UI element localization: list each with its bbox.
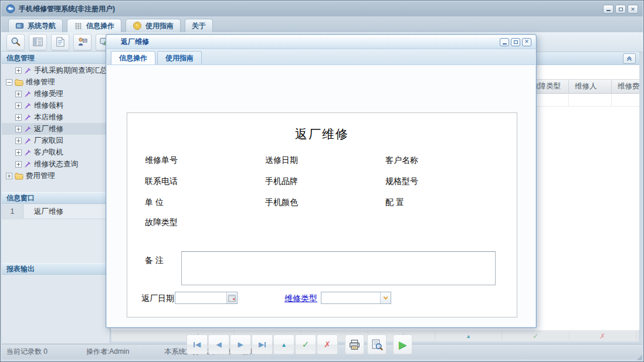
operator-icon <box>77 36 88 47</box>
run-button[interactable]: ▶ <box>393 334 412 354</box>
label-send-date: 送修日期 <box>265 155 298 166</box>
expand-plus-icon[interactable] <box>15 67 22 74</box>
operator-button[interactable] <box>73 34 91 50</box>
info-row-label: 返厂维修 <box>23 207 63 217</box>
tool-icon <box>24 114 32 121</box>
expand-plus-icon[interactable] <box>15 103 22 109</box>
tab-guide[interactable]: 使用指南 <box>157 51 202 64</box>
menu-label: 系统导航 <box>28 21 56 31</box>
calendar-button[interactable] <box>226 292 237 303</box>
return-date-field <box>175 292 238 304</box>
app-icon <box>6 4 15 13</box>
menu-about[interactable]: 关于 <box>185 19 213 32</box>
label-remark: 备 注 <box>145 255 164 266</box>
close-icon: ✕ <box>524 39 529 45</box>
menu-label: 信息操作 <box>86 21 114 31</box>
tree-item-repair-materials[interactable]: 维修领料 <box>2 100 110 111</box>
tree-item-label: 本店维修 <box>34 112 63 122</box>
expand-plus-icon[interactable] <box>6 173 12 179</box>
maximize-icon <box>514 40 518 44</box>
nav-prev-icon: ◀ <box>216 340 221 349</box>
cross-icon: ✗ <box>324 340 331 349</box>
expand-plus-icon[interactable] <box>15 138 22 144</box>
combo-selected-value <box>321 292 380 303</box>
label-return-date: 返厂日期 <box>141 293 174 304</box>
minimize-icon <box>606 10 611 11</box>
nav-last-button[interactable]: ▶ <box>252 334 273 354</box>
main-titlebar: 手机维修管理系统(非注册用户) ✕ <box>1 1 643 16</box>
info-window-row[interactable]: 1 返厂维修 <box>2 204 110 219</box>
tree-item-factory-return[interactable]: 返厂维修 <box>2 123 110 135</box>
confirm-button[interactable]: ✓ <box>295 334 316 354</box>
nav-next-button[interactable]: ▶ <box>230 334 251 354</box>
tree-item-customer-pickup[interactable]: 客户取机 <box>2 146 110 158</box>
minimize-icon <box>503 43 507 45</box>
tool-icon <box>24 67 32 74</box>
form-panel: 返厂维修 维修单号 送修日期 客户名称 联系电话 手机品牌 规格型号 单 位 手… <box>127 112 517 317</box>
section-header-window: 信息窗口 <box>2 192 110 204</box>
repair-type-link[interactable]: 维修类型 <box>284 293 317 304</box>
column-header-repairer[interactable]: 维修人 <box>568 80 611 93</box>
tree-item-purchase-query[interactable]: 手机采购期间查询汇总 <box>2 64 110 76</box>
dialog-maximize-button[interactable] <box>511 38 520 46</box>
status-record-count: 当前记录数 0 <box>6 347 48 357</box>
dialog-close-button[interactable]: ✕ <box>522 38 531 46</box>
menu-system-nav[interactable]: 系统导航 <box>8 19 63 32</box>
list-view-icon <box>32 36 43 47</box>
tab-info-ops[interactable]: 信息操作 <box>111 51 155 64</box>
menu-label: 关于 <box>192 21 206 31</box>
nav-tree: 手机采购期间查询汇总 维修管理 维修受理 维修领料 <box>2 64 110 182</box>
cancel-button[interactable]: ✗ <box>570 331 636 341</box>
menubar: 系统导航 信息操作 使用指南 关于 <box>1 16 643 32</box>
expand-plus-icon[interactable] <box>15 114 22 121</box>
nav-prev-button[interactable]: ◀ <box>208 334 229 354</box>
combo-dropdown-button[interactable] <box>380 292 391 303</box>
coin-icon <box>133 21 142 30</box>
search-button[interactable] <box>6 34 25 50</box>
tree-item-label: 费用管理 <box>26 171 55 181</box>
new-document-button[interactable] <box>51 34 69 50</box>
section-header-info: 信息管理 <box>2 52 110 64</box>
dialog-body: 返厂维修 维修单号 送修日期 客户名称 联系电话 手机品牌 规格型号 单 位 手… <box>107 65 535 327</box>
expand-plus-icon[interactable] <box>15 149 22 156</box>
tree-item-factory-retrieve[interactable]: 厂家取回 <box>2 135 110 146</box>
cancel-button[interactable]: ✗ <box>317 334 338 354</box>
nav-top-icon: ▲ <box>281 341 287 348</box>
print-button[interactable] <box>345 334 364 354</box>
repair-type-combobox[interactable] <box>321 292 391 304</box>
printer-icon <box>348 339 361 351</box>
print-preview-button[interactable] <box>367 334 387 354</box>
expand-plus-icon[interactable] <box>15 91 22 97</box>
tree-folder-repair-mgmt[interactable]: 维修管理 <box>2 76 110 88</box>
label-repair-order-no: 维修单号 <box>145 155 178 166</box>
label-phone-color: 手机颜色 <box>265 197 298 208</box>
list-view-button[interactable] <box>29 34 47 50</box>
nav-top-button[interactable]: ▲ <box>273 334 294 354</box>
tool-icon <box>24 125 32 133</box>
minimize-button[interactable] <box>603 5 614 13</box>
return-date-input[interactable] <box>175 292 226 303</box>
dialog-toolbar: ◀ ◀ ▶ ▶ ▲ ✓ ✗ ▶ <box>107 333 535 356</box>
monitor-icon <box>15 22 24 30</box>
collapse-minus-icon[interactable] <box>6 79 12 86</box>
tree-item-repair-status-query[interactable]: 维修状态查询 <box>2 158 110 170</box>
collapse-panel-button[interactable] <box>623 53 636 64</box>
label-spec-model: 规格型号 <box>385 176 418 187</box>
nav-first-button[interactable]: ◀ <box>187 334 208 354</box>
menu-guide[interactable]: 使用指南 <box>126 19 181 32</box>
folder-icon <box>15 172 23 180</box>
dialog-minimize-button[interactable] <box>500 38 509 46</box>
tree-folder-fee-mgmt[interactable]: 费用管理 <box>2 170 110 182</box>
close-button[interactable]: ✕ <box>628 5 638 13</box>
expand-plus-icon[interactable] <box>15 161 22 168</box>
column-header-repair-fee[interactable]: 维修费用 <box>611 80 639 93</box>
remark-textarea[interactable] <box>181 251 496 285</box>
restore-icon <box>619 8 623 11</box>
restore-button[interactable] <box>615 5 626 13</box>
dialog-title: 返厂维修 <box>121 37 149 47</box>
expand-plus-icon[interactable] <box>15 126 22 132</box>
menu-info-ops[interactable]: 信息操作 <box>67 19 121 32</box>
dialog-tabstrip: 信息操作 使用指南 <box>107 50 535 65</box>
tree-item-shop-repair[interactable]: 本店维修 <box>2 111 110 123</box>
tree-item-repair-accept[interactable]: 维修受理 <box>2 88 110 100</box>
